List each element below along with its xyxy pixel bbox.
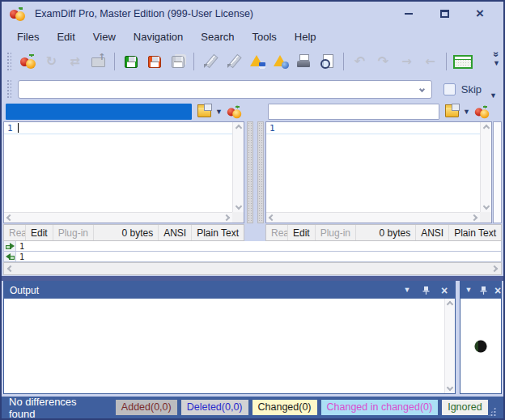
copy-to-right-button[interactable] bbox=[4, 241, 16, 251]
output-pin-icon[interactable] bbox=[421, 286, 431, 295]
statusbar: No differences found Added(0,0)Deleted(0… bbox=[2, 397, 503, 418]
toolbar-save-first-file-button[interactable] bbox=[120, 50, 142, 73]
toolbar-compare-button[interactable] bbox=[17, 50, 39, 73]
right-diff-overview-bar[interactable] bbox=[257, 121, 264, 223]
save-second-file-icon bbox=[148, 56, 161, 68]
toolbar-save-differences-button[interactable] bbox=[246, 50, 268, 73]
minimize-button[interactable] bbox=[403, 8, 414, 19]
left-path-dropdown-icon[interactable]: ▼ bbox=[215, 108, 223, 115]
toolbar-recompare-button[interactable] bbox=[40, 50, 62, 73]
left-status-syntax: Plain Text bbox=[192, 225, 244, 240]
resize-grip[interactable] bbox=[488, 406, 496, 417]
toolbar-show-differences-window-button[interactable] bbox=[452, 50, 473, 73]
toolbar-undo-button[interactable] bbox=[349, 50, 371, 73]
badge-added[interactable]: Added(0,0) bbox=[116, 400, 177, 415]
left-horizontal-scrollbar[interactable] bbox=[4, 212, 232, 223]
right-horizontal-scrollbar[interactable] bbox=[266, 212, 480, 223]
right-status-encoding: ANSI bbox=[416, 225, 449, 240]
thumbnail-dropdown-icon[interactable]: ▼ bbox=[464, 286, 473, 295]
toolbar-next-difference-button[interactable] bbox=[396, 50, 418, 73]
menu-item-view[interactable]: View bbox=[84, 28, 125, 45]
overall-diff-map[interactable] bbox=[493, 121, 502, 223]
toolbar-save-differences-as-web-page-button[interactable] bbox=[269, 50, 291, 73]
compare-bar: Skip ▼ bbox=[2, 76, 503, 102]
maximize-button[interactable] bbox=[439, 8, 450, 19]
merge-scroll-left-icon[interactable] bbox=[7, 265, 14, 272]
output-dropdown-icon[interactable]: ▼ bbox=[402, 286, 412, 295]
merge-left-arrow-icon bbox=[6, 253, 15, 261]
right-line-number: 1 bbox=[266, 123, 278, 134]
left-pane-logo-icon[interactable] bbox=[227, 105, 241, 118]
thumbnail-pin-icon[interactable] bbox=[478, 286, 488, 295]
toolbar-options-dropdown-icon[interactable]: ▼ bbox=[493, 60, 500, 66]
toolbar-previous-difference-button[interactable] bbox=[419, 50, 441, 73]
output-text-area bbox=[4, 299, 444, 393]
right-edit-area[interactable]: 1 bbox=[266, 122, 480, 212]
file-panes: ▼ ▼ 1 bbox=[2, 102, 503, 241]
left-scroll-left-icon[interactable] bbox=[6, 214, 13, 221]
merge-scroll-right-icon[interactable] bbox=[491, 265, 498, 272]
toolbar-grip[interactable] bbox=[6, 52, 11, 71]
right-path-dropdown-icon[interactable]: ▼ bbox=[463, 108, 470, 115]
left-diff-overview-bar[interactable] bbox=[247, 121, 253, 223]
output-panel-body[interactable] bbox=[4, 299, 455, 393]
thumbnail-panel-body[interactable] bbox=[460, 299, 501, 393]
right-scroll-up-icon[interactable] bbox=[482, 125, 489, 131]
right-open-folder-icon[interactable] bbox=[445, 107, 459, 117]
right-scroll-right-icon[interactable] bbox=[471, 214, 477, 221]
combobox-dropdown-icon[interactable] bbox=[419, 86, 425, 91]
left-file-path-box[interactable] bbox=[6, 104, 192, 120]
previous-difference-icon bbox=[422, 54, 439, 69]
left-open-folder-icon[interactable] bbox=[197, 107, 211, 117]
toolbar-separator bbox=[114, 53, 115, 70]
left-status-spacer bbox=[94, 225, 117, 240]
thumbnail-close-icon[interactable]: × bbox=[493, 286, 503, 295]
right-scroll-down-icon[interactable] bbox=[482, 203, 489, 210]
left-edit-area[interactable]: 1 bbox=[4, 122, 232, 212]
right-scroll-left-icon[interactable] bbox=[269, 214, 275, 221]
badge-ignored[interactable]: Ignored bbox=[442, 400, 487, 415]
left-scroll-down-icon[interactable] bbox=[235, 203, 241, 210]
output-scroll-up-icon[interactable] bbox=[447, 301, 453, 308]
toolbar-open-files-button[interactable] bbox=[87, 50, 109, 73]
menu-item-edit[interactable]: Edit bbox=[48, 28, 83, 45]
copy-to-left-button[interactable] bbox=[4, 252, 16, 261]
right-vertical-scrollbar[interactable] bbox=[480, 122, 491, 212]
output-vertical-scrollbar[interactable] bbox=[444, 299, 455, 393]
badge-deleted[interactable]: Deleted(0,0) bbox=[181, 400, 248, 415]
badge-changed-in-changed[interactable]: Changed in changed(0) bbox=[321, 400, 439, 415]
skip-checkbox[interactable] bbox=[443, 83, 456, 95]
menu-item-navigation[interactable]: Navigation bbox=[125, 28, 192, 45]
output-close-icon[interactable]: × bbox=[439, 286, 449, 295]
right-status-plugin: Plug-in bbox=[316, 225, 356, 240]
toolbar-edit-second-file-button[interactable] bbox=[223, 50, 244, 73]
merge-row-second-line: 1 bbox=[16, 252, 24, 261]
toolbar-print-button[interactable] bbox=[293, 50, 315, 73]
toolbar-edit-first-file-button[interactable] bbox=[199, 50, 221, 73]
toolbar-redo-button[interactable] bbox=[372, 50, 394, 73]
menu-item-tools[interactable]: Tools bbox=[243, 28, 285, 45]
badge-changed[interactable]: Changed(0) bbox=[252, 400, 317, 415]
left-vertical-scrollbar[interactable] bbox=[232, 122, 244, 212]
main-toolbar: » ▼ bbox=[2, 47, 503, 76]
right-file-path-box[interactable] bbox=[268, 104, 439, 120]
left-scroll-right-icon[interactable] bbox=[223, 214, 230, 221]
toolbar-swap-panes-button[interactable] bbox=[64, 50, 86, 73]
toolbar-overflow-chevrons-icon[interactable]: » bbox=[493, 52, 501, 56]
compare-bar-dropdown-icon[interactable]: ▼ bbox=[490, 92, 497, 99]
close-button[interactable]: × bbox=[474, 8, 486, 19]
edit-first-file-icon bbox=[202, 54, 219, 69]
toolbar-print-preview-button[interactable] bbox=[316, 50, 338, 73]
toolbar-save-both-files-button[interactable] bbox=[167, 50, 189, 73]
right-status-size: 0 bytes bbox=[374, 225, 416, 240]
toolbar-save-second-file-button[interactable] bbox=[143, 50, 165, 73]
menu-item-files[interactable]: Files bbox=[8, 28, 48, 45]
menu-item-help[interactable]: Help bbox=[286, 28, 325, 45]
right-pane-logo-icon[interactable] bbox=[475, 105, 489, 118]
merge-horizontal-scrollbar[interactable] bbox=[3, 262, 502, 275]
menu-item-search[interactable]: Search bbox=[192, 28, 243, 45]
left-scroll-up-icon[interactable] bbox=[235, 125, 241, 131]
compare-bar-grip[interactable] bbox=[6, 79, 11, 99]
compare-path-combobox[interactable] bbox=[18, 80, 432, 99]
output-scroll-down-icon[interactable] bbox=[447, 384, 453, 391]
